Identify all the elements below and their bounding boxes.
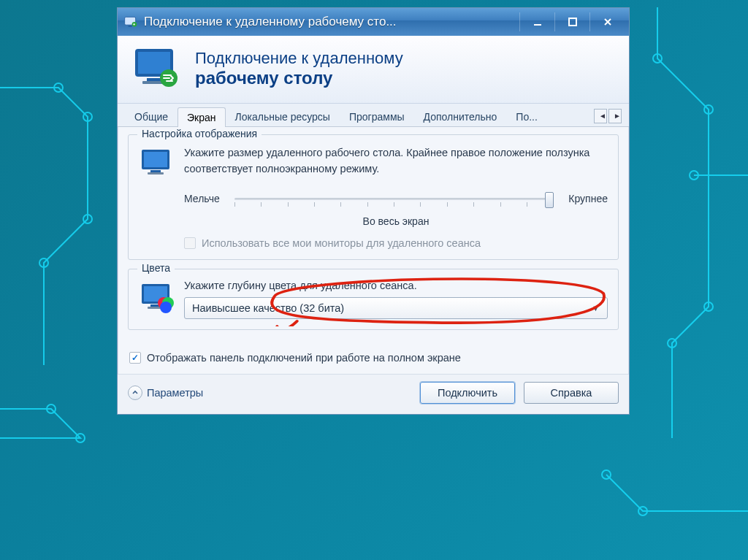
options-toggle-label: Параметры	[147, 387, 203, 399]
use-all-monitors-label: Использовать все мои мониторы для удален…	[202, 237, 481, 249]
svg-rect-25	[150, 170, 161, 172]
color-monitor-icon	[139, 281, 174, 313]
tab-strip: Общие Экран Локальные ресурсы Программы …	[118, 104, 629, 127]
monitor-icon	[139, 147, 174, 179]
svg-rect-16	[534, 24, 541, 26]
colors-group: Цвета Укажите глубину цвета для удаленно…	[128, 269, 619, 330]
svg-rect-14	[129, 26, 132, 27]
show-connection-bar-label: Отображать панель подключений при работе…	[147, 352, 461, 364]
chevron-down-icon: ▼	[592, 304, 600, 312]
svg-rect-26	[148, 172, 164, 174]
color-depth-description: Укажите глубину цвета для удаленного сеа…	[184, 280, 608, 291]
rdp-app-icon	[123, 15, 138, 29]
svg-rect-24	[144, 152, 167, 167]
use-all-monitors-checkbox[interactable]	[184, 237, 196, 249]
window-title: Подключение к удаленному рабочему сто...	[144, 15, 519, 29]
tab-advanced[interactable]: Дополнительно	[414, 107, 507, 126]
tab-programs[interactable]: Программы	[340, 107, 414, 126]
slider-value-caption: Во весь экран	[184, 215, 608, 227]
tab-scroll-left[interactable]: ◄	[594, 109, 607, 123]
remote-desktop-icon	[131, 46, 183, 91]
slider-min-label: Мельче	[184, 193, 220, 204]
show-connection-bar-checkbox[interactable]: ✓	[129, 352, 141, 364]
display-group-title: Настройка отображения	[137, 128, 262, 139]
checkmark-icon: ✓	[131, 353, 139, 363]
slider-thumb[interactable]	[545, 192, 554, 208]
dialog-banner: Подключение к удаленному рабочему столу	[118, 36, 629, 104]
display-size-description: Укажите размер удаленного рабочего стола…	[184, 145, 608, 177]
rdp-window: Подключение к удаленному рабочему сто...	[117, 7, 630, 415]
tab-general[interactable]: Общие	[125, 107, 178, 126]
svg-point-33	[160, 302, 172, 313]
minimize-button[interactable]	[519, 12, 554, 31]
tab-display[interactable]: Экран	[178, 107, 226, 127]
svg-rect-20	[147, 78, 161, 81]
options-toggle[interactable]: Параметры	[128, 386, 203, 400]
banner-line1: Подключение к удаленному	[195, 49, 616, 68]
dialog-button-bar: Параметры Подключить Справка	[118, 374, 629, 414]
tab-scroll-right[interactable]: ►	[608, 109, 622, 123]
connect-button[interactable]: Подключить	[420, 382, 515, 404]
svg-rect-17	[569, 18, 576, 26]
slider-max-label: Крупнее	[568, 193, 608, 204]
tab-more-truncated[interactable]: По...	[506, 107, 547, 126]
colors-group-title: Цвета	[137, 262, 175, 274]
tab-page-display: Настройка отображения Укажите размер уда…	[118, 127, 629, 350]
tab-local-resources[interactable]: Локальные ресурсы	[226, 107, 340, 126]
color-depth-selected: Наивысшее качество (32 бита)	[192, 302, 344, 314]
titlebar[interactable]: Подключение к удаленному рабочему сто...	[118, 8, 629, 36]
color-depth-combobox[interactable]: Наивысшее качество (32 бита) ▼	[184, 297, 608, 319]
collapse-arrow-icon	[128, 386, 142, 400]
display-size-slider[interactable]	[234, 188, 554, 210]
display-settings-group: Настройка отображения Укажите размер уда…	[128, 134, 619, 260]
help-button[interactable]: Справка	[524, 382, 619, 404]
close-button[interactable]	[589, 12, 625, 31]
banner-line2: рабочему столу	[195, 68, 616, 88]
maximize-button[interactable]	[554, 12, 589, 31]
